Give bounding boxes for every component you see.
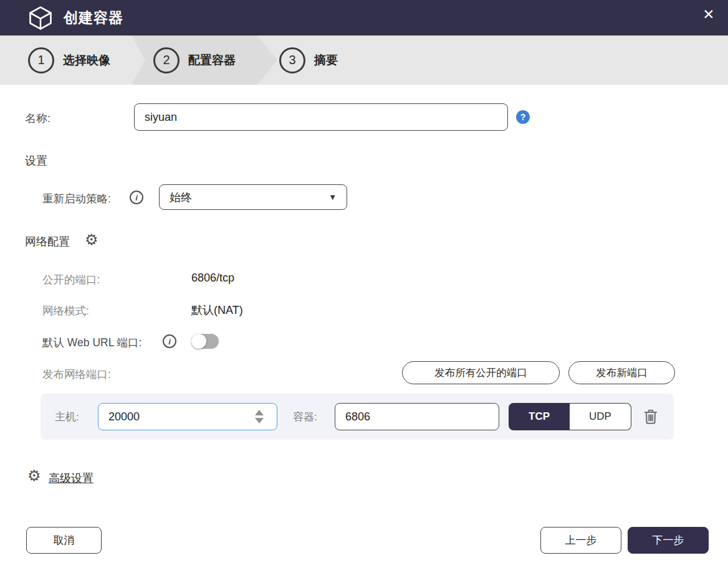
web-url-port-info-icon[interactable]: i <box>163 334 176 348</box>
next-step-button[interactable]: 下一步 <box>628 527 709 554</box>
name-label: 名称: <box>25 111 50 126</box>
stepper-up-icon[interactable] <box>255 410 264 415</box>
restart-policy-info-icon[interactable]: i <box>130 191 143 204</box>
dialog-header: 创建容器 ✕ <box>0 0 728 35</box>
protocol-tcp-button[interactable]: TCP <box>509 403 570 430</box>
wizard-stepper: 1 选择映像 2 配置容器 3 摘要 <box>0 35 728 85</box>
restart-policy-select[interactable]: 始终 ▼ <box>159 184 347 210</box>
publish-new-port-button[interactable]: 发布新端口 <box>568 361 675 384</box>
previous-step-button[interactable]: 上一步 <box>540 527 621 554</box>
container-port-input[interactable] <box>335 403 499 430</box>
web-url-port-toggle[interactable] <box>191 334 219 349</box>
container-port-label: 容器: <box>293 410 317 424</box>
step-3-number: 3 <box>279 47 305 73</box>
restart-policy-value: 始终 <box>170 190 328 205</box>
step-1-number: 1 <box>28 47 54 73</box>
cancel-button[interactable]: 取消 <box>26 527 102 554</box>
host-port-stepper[interactable] <box>255 410 264 423</box>
create-container-dialog: 创建容器 ✕ 1 选择映像 2 配置容器 3 摘要 名称: ? 设置 重新启动策… <box>0 0 728 563</box>
host-port-label: 主机: <box>55 410 79 424</box>
port-mapping-row: 主机: 容器: TCP UDP <box>41 394 674 440</box>
close-icon[interactable]: ✕ <box>698 4 719 25</box>
step-1-label: 选择映像 <box>63 52 110 69</box>
stepper-down-icon[interactable] <box>255 418 264 423</box>
web-url-port-label: 默认 Web URL 端口: <box>42 335 141 350</box>
network-mode-value: 默认(NAT) <box>191 303 243 318</box>
step-2-number: 2 <box>153 47 180 73</box>
exposed-ports-label: 公开的端口: <box>42 272 100 287</box>
step-2-label: 配置容器 <box>188 52 236 69</box>
step-configure-container[interactable]: 2 配置容器 <box>153 35 236 85</box>
exposed-ports-value: 6806/tcp <box>191 272 234 285</box>
delete-port-row-button[interactable] <box>642 408 659 425</box>
settings-heading: 设置 <box>25 153 47 168</box>
step-summary[interactable]: 3 摘要 <box>279 35 338 85</box>
advanced-settings-gear-icon[interactable]: ⚙ <box>27 468 41 483</box>
host-port-input[interactable] <box>98 403 277 430</box>
trash-icon <box>643 408 659 425</box>
step-3-label: 摘要 <box>314 52 338 69</box>
network-mode-label: 网络模式: <box>42 303 89 318</box>
toggle-knob <box>191 334 206 349</box>
protocol-udp-button[interactable]: UDP <box>570 403 631 430</box>
restart-policy-label: 重新启动策略: <box>42 191 111 206</box>
publish-all-ports-button[interactable]: 发布所有公开的端口 <box>402 361 560 384</box>
step-select-image[interactable]: 1 选择映像 <box>28 35 110 85</box>
protocol-segmented-control: TCP UDP <box>509 403 631 430</box>
network-settings-gear-icon[interactable]: ⚙ <box>85 232 98 247</box>
advanced-settings-link[interactable]: 高级设置 <box>49 471 93 486</box>
network-heading: 网络配置 <box>25 234 70 249</box>
publish-ports-label: 发布网络端口: <box>42 367 111 382</box>
help-icon[interactable]: ? <box>516 110 530 124</box>
chevron-down-icon: ▼ <box>328 192 337 202</box>
dialog-title: 创建容器 <box>64 8 123 27</box>
container-cube-icon <box>27 6 54 31</box>
name-input[interactable] <box>134 103 508 131</box>
